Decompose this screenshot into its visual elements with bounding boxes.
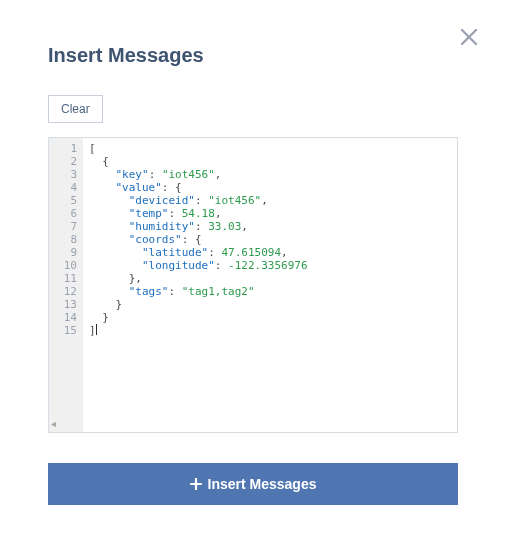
line-number-gutter: 123456789101112131415 (49, 138, 83, 432)
clear-button[interactable]: Clear (48, 95, 103, 123)
close-button[interactable] (460, 28, 478, 46)
code-content[interactable]: [ { "key": "iot456", "value": { "devicei… (83, 138, 457, 432)
scroll-left-icon[interactable]: ◂ (51, 418, 56, 429)
insert-messages-modal: Insert Messages Clear 123456789101112131… (0, 0, 506, 553)
insert-messages-button[interactable]: Insert Messages (48, 463, 458, 505)
plus-icon (190, 478, 202, 490)
insert-button-label: Insert Messages (208, 476, 317, 492)
clear-button-label: Clear (61, 102, 90, 116)
page-title: Insert Messages (48, 0, 458, 95)
code-editor[interactable]: 123456789101112131415 [ { "key": "iot456… (48, 137, 458, 433)
close-icon (460, 28, 478, 46)
